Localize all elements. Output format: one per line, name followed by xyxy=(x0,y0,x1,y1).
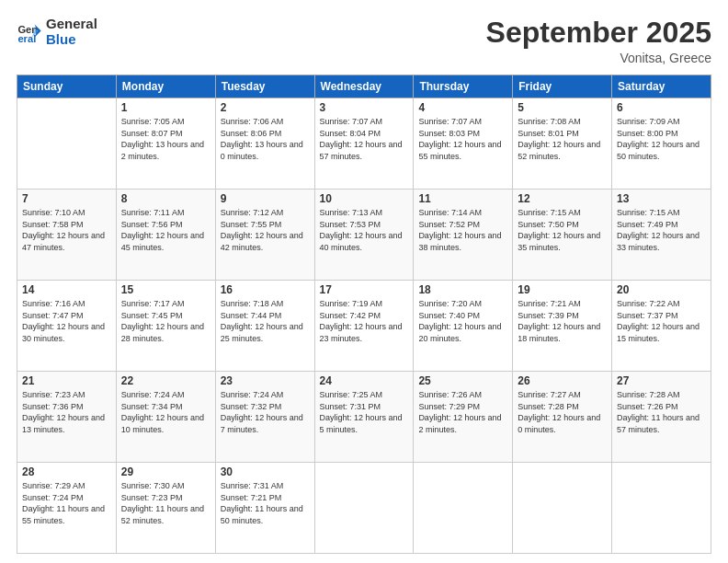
day-info: Sunrise: 7:13 AMSunset: 7:53 PMDaylight:… xyxy=(320,207,409,253)
calendar-cell: 13Sunrise: 7:15 AMSunset: 7:49 PMDayligh… xyxy=(612,190,711,281)
calendar-cell: 27Sunrise: 7:28 AMSunset: 7:26 PMDayligh… xyxy=(612,372,711,463)
month-title: September 2025 xyxy=(486,17,711,49)
day-number: 30 xyxy=(221,465,310,478)
calendar-cell xyxy=(17,98,117,190)
day-info: Sunrise: 7:06 AMSunset: 8:06 PMDaylight:… xyxy=(221,116,310,162)
calendar-cell: 22Sunrise: 7:24 AMSunset: 7:34 PMDayligh… xyxy=(116,372,215,463)
calendar-cell: 5Sunrise: 7:08 AMSunset: 8:01 PMDaylight… xyxy=(513,98,612,190)
calendar-cell xyxy=(314,463,414,554)
page: Gen eral General Blue September 2025 Von… xyxy=(0,0,728,563)
day-number: 16 xyxy=(221,283,310,296)
calendar-cell: 26Sunrise: 7:27 AMSunset: 7:28 PMDayligh… xyxy=(513,372,612,463)
day-info: Sunrise: 7:17 AMSunset: 7:45 PMDaylight:… xyxy=(121,298,210,344)
calendar-cell: 6Sunrise: 7:09 AMSunset: 8:00 PMDaylight… xyxy=(612,98,711,190)
day-info: Sunrise: 7:19 AMSunset: 7:42 PMDaylight:… xyxy=(320,298,409,344)
title-block: September 2025 Vonitsa, Greece xyxy=(486,17,711,65)
day-number: 15 xyxy=(121,283,210,296)
day-number: 3 xyxy=(320,101,409,114)
day-number: 14 xyxy=(22,283,111,296)
day-info: Sunrise: 7:07 AMSunset: 8:03 PMDaylight:… xyxy=(418,116,507,162)
day-number: 8 xyxy=(121,192,210,205)
calendar-cell: 24Sunrise: 7:25 AMSunset: 7:31 PMDayligh… xyxy=(314,372,414,463)
logo-icon: Gen eral xyxy=(17,19,42,45)
day-number: 26 xyxy=(518,374,607,387)
day-number: 28 xyxy=(22,465,111,478)
day-info: Sunrise: 7:15 AMSunset: 7:50 PMDaylight:… xyxy=(518,207,607,253)
calendar-cell: 15Sunrise: 7:17 AMSunset: 7:45 PMDayligh… xyxy=(116,281,215,372)
day-info: Sunrise: 7:20 AMSunset: 7:40 PMDaylight:… xyxy=(418,298,507,344)
day-number: 9 xyxy=(221,192,310,205)
day-info: Sunrise: 7:27 AMSunset: 7:28 PMDaylight:… xyxy=(518,389,607,435)
day-number: 2 xyxy=(221,101,310,114)
day-number: 4 xyxy=(418,101,507,114)
calendar-cell xyxy=(612,463,711,554)
calendar-cell: 14Sunrise: 7:16 AMSunset: 7:47 PMDayligh… xyxy=(17,281,117,372)
calendar-cell: 9Sunrise: 7:12 AMSunset: 7:55 PMDaylight… xyxy=(215,190,314,281)
calendar-cell: 30Sunrise: 7:31 AMSunset: 7:21 PMDayligh… xyxy=(215,463,314,554)
day-info: Sunrise: 7:18 AMSunset: 7:44 PMDaylight:… xyxy=(221,298,310,344)
day-info: Sunrise: 7:25 AMSunset: 7:31 PMDaylight:… xyxy=(320,389,409,435)
location-subtitle: Vonitsa, Greece xyxy=(486,51,711,65)
day-info: Sunrise: 7:11 AMSunset: 7:56 PMDaylight:… xyxy=(121,207,210,253)
day-number: 17 xyxy=(320,283,409,296)
day-info: Sunrise: 7:14 AMSunset: 7:52 PMDaylight:… xyxy=(418,207,507,253)
day-number: 6 xyxy=(617,101,706,114)
day-info: Sunrise: 7:12 AMSunset: 7:55 PMDaylight:… xyxy=(221,207,310,253)
calendar-cell: 18Sunrise: 7:20 AMSunset: 7:40 PMDayligh… xyxy=(414,281,513,372)
day-info: Sunrise: 7:24 AMSunset: 7:32 PMDaylight:… xyxy=(221,389,310,435)
day-number: 11 xyxy=(418,192,507,205)
calendar-cell: 11Sunrise: 7:14 AMSunset: 7:52 PMDayligh… xyxy=(414,190,513,281)
col-wednesday: Wednesday xyxy=(314,75,414,98)
calendar-table: Sunday Monday Tuesday Wednesday Thursday… xyxy=(17,75,711,554)
calendar-week-row: 21Sunrise: 7:23 AMSunset: 7:36 PMDayligh… xyxy=(17,372,711,463)
calendar-cell: 19Sunrise: 7:21 AMSunset: 7:39 PMDayligh… xyxy=(513,281,612,372)
day-info: Sunrise: 7:24 AMSunset: 7:34 PMDaylight:… xyxy=(121,389,210,435)
col-thursday: Thursday xyxy=(414,75,513,98)
day-info: Sunrise: 7:31 AMSunset: 7:21 PMDaylight:… xyxy=(221,480,310,526)
calendar-cell: 25Sunrise: 7:26 AMSunset: 7:29 PMDayligh… xyxy=(414,372,513,463)
calendar-week-row: 1Sunrise: 7:05 AMSunset: 8:07 PMDaylight… xyxy=(17,98,711,190)
day-info: Sunrise: 7:05 AMSunset: 8:07 PMDaylight:… xyxy=(121,116,210,162)
calendar-cell: 8Sunrise: 7:11 AMSunset: 7:56 PMDaylight… xyxy=(116,190,215,281)
day-number: 13 xyxy=(617,192,706,205)
calendar-week-row: 14Sunrise: 7:16 AMSunset: 7:47 PMDayligh… xyxy=(17,281,711,372)
calendar-week-row: 7Sunrise: 7:10 AMSunset: 7:58 PMDaylight… xyxy=(17,190,711,281)
day-number: 1 xyxy=(121,101,210,114)
day-info: Sunrise: 7:30 AMSunset: 7:23 PMDaylight:… xyxy=(121,480,210,526)
calendar-cell xyxy=(414,463,513,554)
calendar-cell: 3Sunrise: 7:07 AMSunset: 8:04 PMDaylight… xyxy=(314,98,414,190)
calendar-cell: 1Sunrise: 7:05 AMSunset: 8:07 PMDaylight… xyxy=(116,98,215,190)
col-monday: Monday xyxy=(116,75,215,98)
calendar-cell: 16Sunrise: 7:18 AMSunset: 7:44 PMDayligh… xyxy=(215,281,314,372)
calendar-cell xyxy=(513,463,612,554)
calendar-cell: 7Sunrise: 7:10 AMSunset: 7:58 PMDaylight… xyxy=(17,190,117,281)
day-info: Sunrise: 7:07 AMSunset: 8:04 PMDaylight:… xyxy=(320,116,409,162)
calendar-cell: 2Sunrise: 7:06 AMSunset: 8:06 PMDaylight… xyxy=(215,98,314,190)
day-number: 23 xyxy=(221,374,310,387)
day-number: 18 xyxy=(418,283,507,296)
day-number: 19 xyxy=(518,283,607,296)
day-number: 21 xyxy=(22,374,111,387)
day-info: Sunrise: 7:15 AMSunset: 7:49 PMDaylight:… xyxy=(617,207,706,253)
header: Gen eral General Blue September 2025 Von… xyxy=(17,17,711,65)
logo-text: General Blue xyxy=(46,17,97,47)
calendar-cell: 4Sunrise: 7:07 AMSunset: 8:03 PMDaylight… xyxy=(414,98,513,190)
day-number: 12 xyxy=(518,192,607,205)
day-number: 22 xyxy=(121,374,210,387)
day-number: 25 xyxy=(418,374,507,387)
day-info: Sunrise: 7:10 AMSunset: 7:58 PMDaylight:… xyxy=(22,207,111,253)
day-number: 27 xyxy=(617,374,706,387)
col-tuesday: Tuesday xyxy=(215,75,314,98)
calendar-week-row: 28Sunrise: 7:29 AMSunset: 7:24 PMDayligh… xyxy=(17,463,711,554)
day-number: 7 xyxy=(22,192,111,205)
calendar-cell: 10Sunrise: 7:13 AMSunset: 7:53 PMDayligh… xyxy=(314,190,414,281)
col-sunday: Sunday xyxy=(17,75,117,98)
logo: Gen eral General Blue xyxy=(17,17,97,47)
calendar-cell: 28Sunrise: 7:29 AMSunset: 7:24 PMDayligh… xyxy=(17,463,117,554)
day-info: Sunrise: 7:08 AMSunset: 8:01 PMDaylight:… xyxy=(518,116,607,162)
day-info: Sunrise: 7:29 AMSunset: 7:24 PMDaylight:… xyxy=(22,480,111,526)
calendar-cell: 17Sunrise: 7:19 AMSunset: 7:42 PMDayligh… xyxy=(314,281,414,372)
day-number: 10 xyxy=(320,192,409,205)
day-info: Sunrise: 7:16 AMSunset: 7:47 PMDaylight:… xyxy=(22,298,111,344)
day-info: Sunrise: 7:28 AMSunset: 7:26 PMDaylight:… xyxy=(617,389,706,435)
